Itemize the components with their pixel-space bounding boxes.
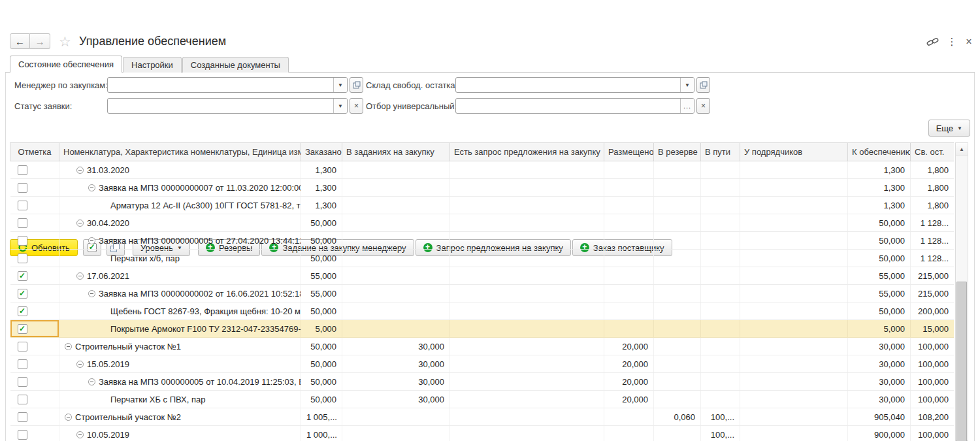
cell-has-request[interactable] (450, 302, 604, 320)
cell-in-reserve[interactable] (654, 302, 701, 320)
cell-at-contractors[interactable] (740, 179, 848, 197)
cell-to-provide[interactable]: 55,000 (848, 285, 911, 302)
manager-dropdown-button[interactable]: ▼ (333, 78, 347, 92)
scrollbar-thumb[interactable] (956, 282, 967, 441)
tab-created-documents[interactable]: Созданные документы (182, 57, 289, 73)
cell-has-request[interactable] (450, 214, 604, 232)
cell-ordered[interactable]: 1,300 (301, 197, 342, 214)
cell-free-rest[interactable]: 100,000 (911, 355, 955, 373)
warehouse-filter-input[interactable] (456, 78, 680, 92)
mark-cell[interactable] (10, 197, 59, 214)
cell-has-request[interactable] (450, 267, 604, 285)
warehouse-dropdown-button[interactable]: ▼ (680, 78, 694, 92)
cell-ordered[interactable]: 1 000,... (301, 426, 342, 441)
cell-free-rest[interactable]: 215,000 (911, 267, 955, 285)
cell-in-tasks[interactable] (342, 426, 450, 441)
cell-in-transit[interactable]: 100,... (701, 408, 740, 426)
table-row[interactable]: Строительный участок №150,00030,00020,00… (10, 338, 955, 355)
table-row[interactable]: ✓17.06.202155,00055,000215,000 (10, 267, 955, 285)
cell-in-tasks[interactable]: 30,000 (342, 391, 450, 408)
cell-to-provide[interactable]: 50,000 (848, 214, 911, 232)
cell-in-transit[interactable] (701, 355, 740, 373)
cell-at-contractors[interactable] (740, 373, 848, 391)
mark-cell[interactable]: ✓ (10, 302, 59, 320)
cell-has-request[interactable] (450, 179, 604, 197)
cell-free-rest[interactable]: 1 128... (911, 232, 955, 250)
cell-ordered[interactable]: 55,000 (301, 285, 342, 302)
cell-at-contractors[interactable] (740, 214, 848, 232)
col-at-contractors[interactable]: У подрядчиков (740, 143, 848, 161)
cell-ordered[interactable]: 50,000 (301, 338, 342, 355)
col-in-transit[interactable]: В пути (701, 143, 740, 161)
more-menu-button[interactable]: ⋮ (945, 35, 959, 48)
mark-cell[interactable] (10, 338, 59, 355)
mark-cell[interactable]: ✓ (10, 267, 59, 285)
cell-to-provide[interactable]: 1,300 (848, 179, 911, 197)
row-checkbox[interactable] (18, 377, 27, 387)
favorite-star-icon[interactable]: ☆ (59, 34, 71, 50)
row-checkbox[interactable] (18, 342, 27, 351)
cell-has-request[interactable] (450, 197, 604, 214)
cell-at-contractors[interactable] (740, 320, 848, 338)
cell-in-transit[interactable] (701, 179, 740, 197)
cell-in-transit[interactable] (701, 267, 740, 285)
cell-in-reserve[interactable] (654, 373, 701, 391)
cell-has-request[interactable] (450, 426, 604, 441)
cell-ordered[interactable]: 1,300 (301, 179, 342, 197)
status-filter-input[interactable] (108, 99, 333, 113)
collapse-icon[interactable] (88, 290, 95, 297)
nomenclature-cell[interactable]: 31.03.2020 (59, 161, 301, 179)
cell-free-rest[interactable]: 100,000 (911, 373, 955, 391)
cell-has-request[interactable] (450, 338, 604, 355)
cell-placed[interactable] (604, 267, 654, 285)
collapse-icon[interactable] (76, 167, 84, 174)
cell-to-provide[interactable]: 50,000 (848, 250, 911, 267)
cell-at-contractors[interactable] (740, 161, 848, 179)
cell-ordered[interactable]: 50,000 (301, 250, 342, 267)
cell-in-transit[interactable] (701, 338, 740, 355)
cell-in-tasks[interactable] (342, 320, 450, 338)
cell-placed[interactable] (604, 285, 654, 302)
nomenclature-cell[interactable]: Заявка на МПЗ 00000000002 от 16.06.2021 … (59, 285, 301, 302)
nomenclature-cell[interactable]: 10.05.2019 (59, 426, 301, 441)
tab-settings[interactable]: Настройки (123, 57, 182, 73)
nomenclature-cell[interactable]: 17.06.2021 (59, 267, 301, 285)
row-checkbox[interactable]: ✓ (18, 289, 27, 299)
table-row[interactable]: ✓Заявка на МПЗ 00000000002 от 16.06.2021… (10, 285, 955, 302)
row-checkbox[interactable]: ✓ (18, 271, 27, 281)
cell-in-reserve[interactable] (654, 179, 701, 197)
table-row[interactable]: Строительный участок №21 005,...0,060100… (10, 408, 955, 426)
cell-in-reserve[interactable] (654, 250, 701, 267)
cell-placed[interactable]: 20,000 (604, 355, 654, 373)
cell-to-provide[interactable]: 55,000 (848, 267, 911, 285)
nomenclature-cell[interactable]: Заявка на МПЗ 00000000007 от 11.03.2020 … (59, 179, 301, 197)
manager-filter-input[interactable] (108, 78, 333, 92)
nomenclature-cell[interactable]: Перчатки ХБ с ПВХ, пар (59, 391, 301, 408)
status-clear-button[interactable]: × (350, 98, 363, 114)
scroll-up-button[interactable]: ▲ (956, 143, 968, 155)
cell-has-request[interactable] (450, 391, 604, 408)
cell-placed[interactable] (604, 426, 654, 441)
nomenclature-cell[interactable]: Строительный участок №1 (59, 338, 301, 355)
collapse-icon[interactable] (88, 378, 95, 385)
cell-free-rest[interactable]: 100,000 (911, 426, 955, 441)
cell-free-rest[interactable]: 100,000 (911, 338, 955, 355)
cell-to-provide[interactable]: 30,000 (848, 355, 911, 373)
cell-free-rest[interactable]: 108,200 (911, 408, 955, 426)
row-checkbox[interactable]: ✓ (18, 306, 27, 316)
cell-in-transit[interactable] (701, 214, 740, 232)
cell-free-rest[interactable]: 100,000 (911, 391, 955, 408)
cell-to-provide[interactable]: 1,300 (848, 161, 911, 179)
mark-cell[interactable] (10, 232, 59, 250)
cell-in-reserve[interactable] (654, 426, 701, 441)
cell-in-transit[interactable] (701, 197, 740, 214)
more-button[interactable]: Еще ▼ (928, 120, 970, 137)
collapse-icon[interactable] (76, 220, 84, 227)
collapse-icon[interactable] (65, 414, 72, 421)
nomenclature-cell[interactable]: Покрытие Армокот F100 ТУ 2312-047-233547… (59, 320, 301, 338)
link-button[interactable] (925, 35, 939, 48)
cell-in-reserve[interactable] (654, 197, 701, 214)
warehouse-open-button[interactable] (696, 77, 710, 93)
cell-in-transit[interactable] (701, 320, 740, 338)
row-checkbox[interactable] (18, 253, 27, 263)
